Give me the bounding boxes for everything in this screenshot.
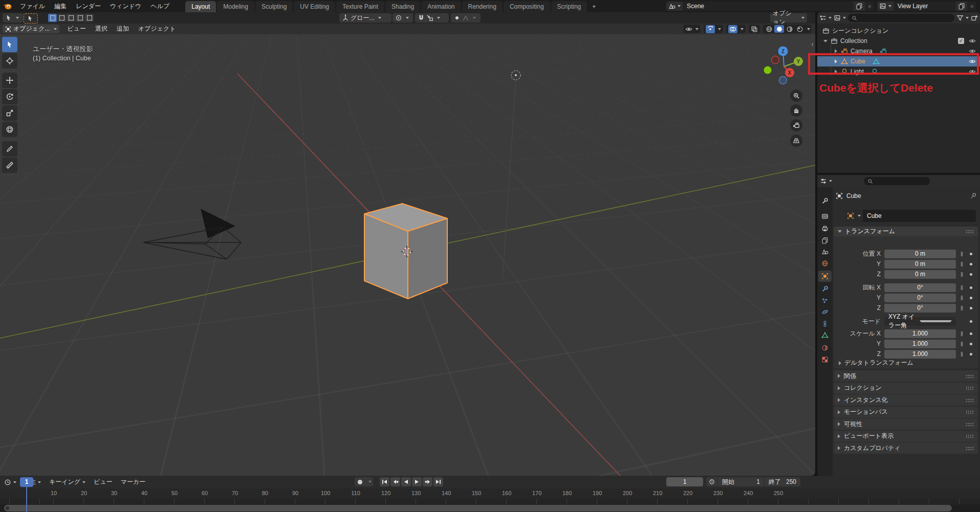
animate-dot[interactable]: [970, 286, 972, 289]
tab-shading[interactable]: Shading: [385, 1, 420, 12]
new-scene-button[interactable]: [854, 2, 865, 11]
collection-row[interactable]: Collection ✓: [817, 36, 980, 46]
use-preview-range-button[interactable]: [706, 477, 717, 486]
keying-set-dropdown[interactable]: [365, 481, 373, 483]
select-mode-set[interactable]: [48, 14, 57, 22]
animate-dot[interactable]: [970, 353, 972, 355]
shading-dropdown[interactable]: [807, 28, 810, 30]
lock-icon[interactable]: [959, 331, 965, 337]
lock-icon[interactable]: [959, 261, 965, 267]
outliner-search-input[interactable]: [848, 14, 954, 22]
delta-expand-arrow[interactable]: [839, 361, 841, 365]
animate-dot[interactable]: [970, 273, 972, 276]
object-name-icon[interactable]: [845, 210, 863, 222]
rot-x-field[interactable]: 0°: [884, 283, 956, 292]
object-name-value[interactable]: Cube: [863, 212, 886, 219]
unlink-scene-button[interactable]: ×: [865, 3, 874, 10]
viewport-menu-view[interactable]: ビュー: [62, 25, 91, 33]
lock-icon[interactable]: [959, 285, 965, 291]
rot-z-field[interactable]: 0°: [884, 304, 956, 313]
menu-window[interactable]: ウィンドウ: [105, 2, 146, 11]
tab-texture[interactable]: [818, 354, 832, 365]
delta-transform-header[interactable]: デルタトランスフォーム: [839, 359, 913, 367]
outliner-filter-dropdown[interactable]: [956, 14, 969, 21]
active-tool-dropdown[interactable]: [3, 13, 23, 23]
tab-object[interactable]: [818, 271, 832, 282]
menu-help[interactable]: ヘルプ: [146, 2, 174, 11]
viewport-menu-select[interactable]: 選択: [91, 25, 112, 33]
panel-drag-dots[interactable]: [966, 230, 974, 233]
properties-search-input[interactable]: [864, 177, 930, 185]
object-visibility-dropdown[interactable]: [683, 25, 701, 33]
section-visibility[interactable]: 可視性: [834, 418, 978, 430]
add-workspace-button[interactable]: +: [588, 1, 600, 12]
menu-edit[interactable]: 編集: [50, 2, 71, 11]
scale-z-field[interactable]: 1.000: [884, 350, 956, 359]
scene-name[interactable]: Scene: [683, 3, 854, 10]
tool-cursor[interactable]: [2, 53, 17, 69]
animate-dot[interactable]: [970, 297, 972, 299]
overlays-dropdown[interactable]: [741, 28, 744, 30]
blender-logo-icon[interactable]: [3, 2, 12, 11]
frame-end-field[interactable]: 終了250: [765, 477, 800, 486]
record-button[interactable]: [355, 480, 365, 484]
menu-render[interactable]: レンダー: [71, 2, 105, 11]
show-gizmos-toggle[interactable]: [706, 25, 715, 33]
viewport-menu-add[interactable]: 追加: [112, 25, 134, 33]
playhead[interactable]: 1: [20, 477, 33, 487]
animate-dot[interactable]: [970, 263, 972, 265]
zoom-button[interactable]: [790, 90, 802, 102]
previous-keyframe-button[interactable]: [390, 477, 400, 486]
tab-material[interactable]: [818, 342, 832, 353]
interaction-mode-dropdown[interactable]: オブジェク...: [3, 25, 59, 33]
collection-checkbox[interactable]: ✓: [958, 38, 964, 44]
collection-visibility-eye-icon[interactable]: [969, 37, 976, 44]
frame-start-field[interactable]: 開始1: [718, 477, 764, 486]
scene-collection-row[interactable]: シーンコレクション: [817, 26, 980, 36]
tab-modifiers[interactable]: [818, 283, 832, 295]
tab-rendering[interactable]: Rendering: [462, 1, 503, 12]
lock-icon[interactable]: [959, 295, 965, 301]
animate-dot[interactable]: [970, 320, 972, 323]
marker-menu[interactable]: マーカー: [117, 478, 150, 486]
tab-object-data[interactable]: [818, 329, 832, 341]
properties-editor-type-dropdown[interactable]: [820, 177, 832, 185]
show-overlays-toggle[interactable]: [728, 25, 737, 33]
select-mode-invert[interactable]: [76, 14, 84, 22]
animate-dot[interactable]: [970, 307, 972, 309]
editor-type-dropdown[interactable]: [819, 14, 832, 21]
shading-material-button[interactable]: [785, 25, 794, 33]
view-layer-selector[interactable]: View Layer ×: [877, 2, 976, 11]
region-collapse-arrow[interactable]: ‹: [811, 40, 814, 48]
select-mode-intersect[interactable]: [85, 14, 94, 22]
new-collection-button[interactable]: [971, 14, 978, 22]
shading-solid-button[interactable]: [774, 25, 784, 33]
object-name-field[interactable]: Cube: [845, 210, 976, 222]
section-relations[interactable]: 関係: [834, 370, 978, 382]
timeline-scrollbar-track[interactable]: [0, 504, 980, 512]
timeline-editor-type-dropdown[interactable]: [4, 479, 16, 486]
keying-menu[interactable]: キーイング: [45, 478, 90, 486]
xray-toggle[interactable]: [749, 25, 760, 33]
tool-measure[interactable]: [2, 158, 17, 173]
jump-to-start-button[interactable]: [380, 477, 389, 486]
tab-world[interactable]: [818, 258, 832, 269]
camera-object[interactable]: [143, 209, 241, 259]
loc-y-field[interactable]: 0 m: [884, 260, 956, 269]
section-motion-paths[interactable]: モーションパス: [834, 407, 978, 418]
menu-file[interactable]: ファイル: [15, 2, 50, 11]
section-instancing[interactable]: インスタンス化: [834, 394, 978, 406]
camera-view-button[interactable]: [790, 119, 802, 131]
section-viewport-display[interactable]: ビューポート表示: [834, 431, 978, 442]
shading-wireframe-button[interactable]: [764, 25, 774, 33]
tool-scale[interactable]: [2, 105, 17, 121]
lock-icon[interactable]: [959, 251, 965, 257]
lock-icon[interactable]: [959, 341, 965, 347]
perspective-toggle-button[interactable]: [790, 135, 802, 147]
next-keyframe-button[interactable]: [423, 477, 432, 486]
camera-expand-arrow[interactable]: [835, 49, 837, 53]
tab-view-layer[interactable]: [818, 235, 832, 246]
lock-icon[interactable]: [959, 305, 965, 311]
tool-transform[interactable]: [2, 122, 17, 137]
timeline-view-menu[interactable]: ビュー: [90, 478, 117, 486]
